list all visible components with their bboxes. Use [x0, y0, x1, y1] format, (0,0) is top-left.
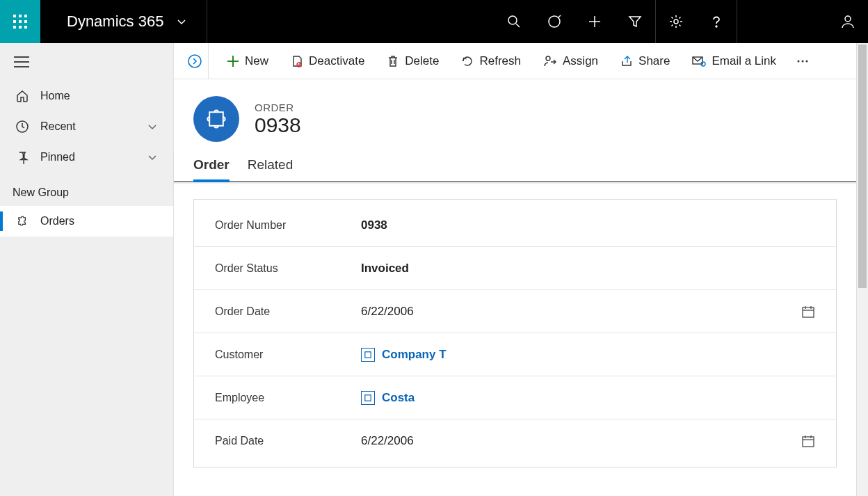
deactivate-button[interactable]: Deactivate: [281, 50, 374, 72]
field-paid-date[interactable]: Paid Date 6/22/2006: [194, 419, 836, 463]
app-launcher-button[interactable]: [0, 0, 40, 43]
field-value: Invoiced: [361, 262, 815, 275]
assign-icon: [543, 55, 557, 67]
clock-icon: [15, 120, 29, 134]
puzzle-icon: [207, 109, 226, 129]
deactivate-icon: [291, 55, 303, 67]
task-flow-button[interactable]: [534, 0, 574, 43]
svg-rect-8: [24, 26, 27, 29]
overflow-button[interactable]: [789, 51, 817, 72]
sidebar-item-recent[interactable]: Recent: [0, 111, 173, 142]
email-link-button[interactable]: Email a Link: [682, 50, 786, 72]
svg-rect-6: [13, 26, 16, 29]
field-customer[interactable]: Customer Company T: [194, 333, 836, 376]
topbar-actions: [494, 0, 868, 43]
chevron-down-icon: [147, 152, 158, 163]
new-button[interactable]: New: [217, 50, 278, 72]
svg-rect-36: [803, 307, 814, 317]
ellipsis-icon: [796, 55, 810, 67]
puzzle-icon: [15, 214, 29, 228]
hamburger-icon: [14, 56, 29, 68]
puzzle-icon: [364, 351, 372, 359]
calendar-icon[interactable]: [801, 434, 815, 448]
tab-related[interactable]: Related: [248, 150, 294, 181]
svg-point-34: [806, 60, 808, 62]
new-label: New: [245, 54, 268, 68]
sidebar-group-label: New Group: [0, 173, 173, 206]
scrollbar-thumb[interactable]: [858, 45, 867, 288]
share-button[interactable]: Share: [611, 50, 680, 72]
sidebar-item-orders[interactable]: Orders: [0, 206, 173, 237]
circle-chevron-icon: [187, 54, 202, 69]
refresh-icon: [461, 55, 474, 67]
field-label: Employee: [215, 392, 361, 404]
settings-button[interactable]: [656, 0, 696, 43]
svg-rect-40: [365, 351, 371, 357]
chevron-down-icon: [147, 121, 158, 132]
account-button[interactable]: [828, 0, 868, 43]
field-value: 6/22/2006: [361, 305, 801, 319]
svg-line-12: [558, 15, 561, 18]
sidebar-toggle[interactable]: [0, 49, 173, 81]
delete-button[interactable]: Delete: [377, 50, 449, 72]
svg-rect-7: [19, 26, 22, 29]
delete-label: Delete: [405, 54, 439, 68]
field-label: Order Status: [215, 262, 361, 275]
chevron-down-icon: [176, 16, 187, 27]
advanced-find-button[interactable]: [615, 0, 655, 43]
waffle-icon: [13, 15, 27, 29]
refresh-label: Refresh: [479, 54, 521, 68]
tab-order[interactable]: Order: [193, 150, 230, 181]
sidebar-label-orders: Orders: [40, 215, 74, 227]
sidebar-label-pinned: Pinned: [40, 151, 75, 163]
question-icon: [709, 15, 723, 29]
sidebar: Home Recent Pinned New Group Orders: [0, 43, 174, 496]
field-label: Customer: [215, 349, 361, 361]
field-order-status[interactable]: Order Status Invoiced: [194, 247, 836, 290]
svg-point-16: [674, 19, 678, 24]
svg-rect-3: [13, 20, 16, 23]
puzzle-icon: [364, 394, 372, 402]
svg-point-28: [546, 56, 550, 61]
field-employee[interactable]: Employee Costa: [194, 376, 836, 419]
calendar-icon[interactable]: [801, 305, 815, 319]
field-value-lookup[interactable]: Costa: [361, 391, 815, 405]
svg-marker-15: [629, 17, 641, 26]
sidebar-item-home[interactable]: Home: [0, 81, 173, 111]
go-back-button[interactable]: [181, 43, 209, 79]
sidebar-item-pinned[interactable]: Pinned: [0, 142, 173, 173]
sidebar-label-recent: Recent: [40, 120, 76, 133]
svg-point-9: [508, 16, 517, 24]
field-label: Order Date: [215, 305, 361, 318]
svg-rect-35: [209, 112, 223, 126]
lookup-entity-icon: [361, 391, 375, 405]
svg-rect-4: [19, 20, 22, 23]
svg-point-18: [845, 16, 851, 22]
refresh-button[interactable]: Refresh: [451, 50, 531, 72]
global-topbar: Dynamics 365: [0, 0, 868, 43]
field-value: 6/22/2006: [361, 434, 801, 448]
search-button[interactable]: [494, 0, 534, 43]
svg-point-23: [188, 55, 201, 67]
svg-rect-41: [365, 394, 371, 400]
funnel-icon: [628, 15, 642, 29]
field-order-date[interactable]: Order Date 6/22/2006: [194, 290, 836, 333]
quick-create-button[interactable]: [574, 0, 615, 43]
svg-rect-0: [13, 15, 16, 17]
command-bar: New Deactivate Delete Refresh Assign: [174, 43, 856, 79]
plus-icon: [227, 55, 239, 67]
share-icon: [620, 55, 633, 67]
record-entity-icon: [193, 96, 239, 142]
field-value-lookup[interactable]: Company T: [361, 348, 815, 362]
help-button[interactable]: [696, 0, 737, 43]
field-order-number[interactable]: Order Number 0938: [194, 204, 836, 247]
plus-icon: [588, 15, 602, 29]
svg-line-10: [516, 24, 520, 27]
assign-button[interactable]: Assign: [533, 50, 608, 72]
brand-dropdown[interactable]: Dynamics 365: [40, 0, 207, 43]
gear-icon: [669, 15, 683, 29]
deactivate-label: Deactivate: [309, 54, 364, 68]
form-tabs: Order Related: [174, 150, 856, 182]
vertical-scrollbar[interactable]: [856, 43, 868, 496]
svg-rect-1: [19, 15, 22, 17]
